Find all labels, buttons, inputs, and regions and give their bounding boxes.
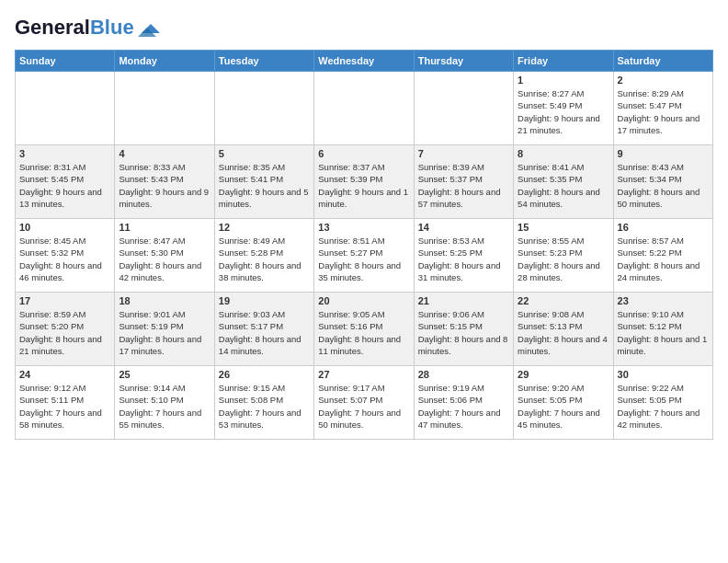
day-number: 10 bbox=[19, 222, 110, 233]
day-number: 22 bbox=[518, 295, 609, 306]
day-info: Sunrise: 8:29 AM Sunset: 5:47 PM Dayligh… bbox=[618, 87, 709, 136]
day-number: 1 bbox=[518, 75, 609, 86]
logo-icon bbox=[134, 15, 160, 40]
calendar-cell: 24Sunrise: 9:12 AM Sunset: 5:11 PM Dayli… bbox=[16, 366, 115, 440]
day-info: Sunrise: 8:31 AM Sunset: 5:45 PM Dayligh… bbox=[19, 161, 110, 210]
week-row-1: 1Sunrise: 8:27 AM Sunset: 5:49 PM Daylig… bbox=[16, 72, 713, 145]
calendar-cell: 4Sunrise: 8:33 AM Sunset: 5:43 PM Daylig… bbox=[115, 145, 214, 219]
day-number: 7 bbox=[418, 148, 509, 159]
logo-text: GeneralBlue bbox=[15, 17, 134, 39]
weekday-header-monday: Monday bbox=[115, 51, 214, 72]
calendar-cell: 23Sunrise: 9:10 AM Sunset: 5:12 PM Dayli… bbox=[613, 293, 712, 366]
day-number: 5 bbox=[219, 148, 310, 159]
day-number: 14 bbox=[418, 222, 509, 233]
calendar-cell: 18Sunrise: 9:01 AM Sunset: 5:19 PM Dayli… bbox=[115, 293, 214, 366]
calendar-cell: 7Sunrise: 8:39 AM Sunset: 5:37 PM Daylig… bbox=[414, 145, 513, 219]
day-info: Sunrise: 8:47 AM Sunset: 5:30 PM Dayligh… bbox=[119, 235, 210, 283]
day-info: Sunrise: 8:39 AM Sunset: 5:37 PM Dayligh… bbox=[418, 161, 509, 210]
calendar-cell: 1Sunrise: 8:27 AM Sunset: 5:49 PM Daylig… bbox=[514, 72, 613, 145]
day-number: 4 bbox=[119, 148, 210, 159]
calendar-cell: 12Sunrise: 8:49 AM Sunset: 5:28 PM Dayli… bbox=[214, 219, 313, 293]
calendar-cell: 5Sunrise: 8:35 AM Sunset: 5:41 PM Daylig… bbox=[214, 145, 313, 219]
day-info: Sunrise: 8:49 AM Sunset: 5:28 PM Dayligh… bbox=[219, 235, 310, 283]
calendar-cell: 19Sunrise: 9:03 AM Sunset: 5:17 PM Dayli… bbox=[214, 293, 313, 366]
day-info: Sunrise: 9:22 AM Sunset: 5:05 PM Dayligh… bbox=[618, 382, 709, 431]
calendar-cell: 14Sunrise: 8:53 AM Sunset: 5:25 PM Dayli… bbox=[414, 219, 513, 293]
day-number: 28 bbox=[418, 369, 509, 380]
day-info: Sunrise: 8:37 AM Sunset: 5:39 PM Dayligh… bbox=[318, 161, 409, 210]
day-number: 29 bbox=[518, 369, 609, 380]
day-number: 30 bbox=[618, 369, 709, 380]
week-row-3: 10Sunrise: 8:45 AM Sunset: 5:32 PM Dayli… bbox=[16, 219, 713, 293]
day-info: Sunrise: 8:27 AM Sunset: 5:49 PM Dayligh… bbox=[518, 87, 609, 136]
calendar-cell: 30Sunrise: 9:22 AM Sunset: 5:05 PM Dayli… bbox=[613, 366, 712, 440]
day-number: 16 bbox=[618, 222, 709, 233]
calendar-cell: 6Sunrise: 8:37 AM Sunset: 5:39 PM Daylig… bbox=[314, 145, 414, 219]
day-info: Sunrise: 8:41 AM Sunset: 5:35 PM Dayligh… bbox=[518, 161, 609, 210]
day-number: 24 bbox=[19, 369, 110, 380]
day-info: Sunrise: 9:19 AM Sunset: 5:06 PM Dayligh… bbox=[418, 382, 509, 431]
day-info: Sunrise: 9:08 AM Sunset: 5:13 PM Dayligh… bbox=[518, 308, 609, 357]
day-info: Sunrise: 9:06 AM Sunset: 5:15 PM Dayligh… bbox=[418, 308, 509, 357]
calendar-cell: 8Sunrise: 8:41 AM Sunset: 5:35 PM Daylig… bbox=[514, 145, 613, 219]
day-number: 13 bbox=[318, 222, 409, 233]
day-info: Sunrise: 9:10 AM Sunset: 5:12 PM Dayligh… bbox=[618, 308, 709, 357]
day-number: 21 bbox=[418, 295, 509, 306]
calendar-cell bbox=[214, 72, 313, 145]
weekday-header-row: SundayMondayTuesdayWednesdayThursdayFrid… bbox=[16, 51, 713, 72]
day-info: Sunrise: 8:59 AM Sunset: 5:20 PM Dayligh… bbox=[19, 308, 110, 357]
weekday-header-thursday: Thursday bbox=[414, 51, 513, 72]
day-info: Sunrise: 8:55 AM Sunset: 5:23 PM Dayligh… bbox=[518, 235, 609, 283]
weekday-header-sunday: Sunday bbox=[16, 51, 115, 72]
calendar-cell bbox=[414, 72, 513, 145]
week-row-2: 3Sunrise: 8:31 AM Sunset: 5:45 PM Daylig… bbox=[16, 145, 713, 219]
day-number: 12 bbox=[219, 222, 310, 233]
day-info: Sunrise: 9:01 AM Sunset: 5:19 PM Dayligh… bbox=[119, 308, 210, 357]
day-info: Sunrise: 9:05 AM Sunset: 5:16 PM Dayligh… bbox=[318, 308, 409, 357]
weekday-header-wednesday: Wednesday bbox=[314, 51, 414, 72]
day-number: 26 bbox=[219, 369, 310, 380]
calendar-cell bbox=[16, 72, 115, 145]
day-number: 17 bbox=[19, 295, 110, 306]
day-number: 15 bbox=[518, 222, 609, 233]
day-number: 27 bbox=[318, 369, 409, 380]
day-number: 19 bbox=[219, 295, 310, 306]
calendar-cell: 29Sunrise: 9:20 AM Sunset: 5:05 PM Dayli… bbox=[514, 366, 613, 440]
logo: GeneralBlue bbox=[15, 15, 160, 40]
day-number: 3 bbox=[19, 148, 110, 159]
day-info: Sunrise: 9:15 AM Sunset: 5:08 PM Dayligh… bbox=[219, 382, 310, 431]
page: GeneralBlue SundayMondayTuesdayWednesday… bbox=[0, 0, 728, 563]
day-info: Sunrise: 8:35 AM Sunset: 5:41 PM Dayligh… bbox=[219, 161, 310, 210]
calendar-cell: 20Sunrise: 9:05 AM Sunset: 5:16 PM Dayli… bbox=[314, 293, 414, 366]
weekday-header-tuesday: Tuesday bbox=[214, 51, 313, 72]
calendar-cell: 10Sunrise: 8:45 AM Sunset: 5:32 PM Dayli… bbox=[16, 219, 115, 293]
day-info: Sunrise: 9:20 AM Sunset: 5:05 PM Dayligh… bbox=[518, 382, 609, 431]
day-info: Sunrise: 8:33 AM Sunset: 5:43 PM Dayligh… bbox=[119, 161, 210, 210]
calendar-cell bbox=[314, 72, 414, 145]
calendar-cell: 11Sunrise: 8:47 AM Sunset: 5:30 PM Dayli… bbox=[115, 219, 214, 293]
calendar-cell: 16Sunrise: 8:57 AM Sunset: 5:22 PM Dayli… bbox=[613, 219, 712, 293]
day-number: 2 bbox=[618, 75, 709, 86]
day-info: Sunrise: 8:45 AM Sunset: 5:32 PM Dayligh… bbox=[19, 235, 110, 283]
weekday-header-saturday: Saturday bbox=[613, 51, 712, 72]
weekday-header-friday: Friday bbox=[514, 51, 613, 72]
day-number: 9 bbox=[618, 148, 709, 159]
day-info: Sunrise: 8:51 AM Sunset: 5:27 PM Dayligh… bbox=[318, 235, 409, 283]
day-number: 20 bbox=[318, 295, 409, 306]
calendar-cell: 2Sunrise: 8:29 AM Sunset: 5:47 PM Daylig… bbox=[613, 72, 712, 145]
calendar-cell: 9Sunrise: 8:43 AM Sunset: 5:34 PM Daylig… bbox=[613, 145, 712, 219]
calendar-cell bbox=[115, 72, 214, 145]
day-number: 6 bbox=[318, 148, 409, 159]
calendar-cell: 15Sunrise: 8:55 AM Sunset: 5:23 PM Dayli… bbox=[514, 219, 613, 293]
day-number: 18 bbox=[119, 295, 210, 306]
day-info: Sunrise: 9:17 AM Sunset: 5:07 PM Dayligh… bbox=[318, 382, 409, 431]
calendar-cell: 22Sunrise: 9:08 AM Sunset: 5:13 PM Dayli… bbox=[514, 293, 613, 366]
calendar-cell: 21Sunrise: 9:06 AM Sunset: 5:15 PM Dayli… bbox=[414, 293, 513, 366]
week-row-5: 24Sunrise: 9:12 AM Sunset: 5:11 PM Dayli… bbox=[16, 366, 713, 440]
calendar-cell: 3Sunrise: 8:31 AM Sunset: 5:45 PM Daylig… bbox=[16, 145, 115, 219]
day-info: Sunrise: 8:53 AM Sunset: 5:25 PM Dayligh… bbox=[418, 235, 509, 283]
day-info: Sunrise: 8:57 AM Sunset: 5:22 PM Dayligh… bbox=[618, 235, 709, 283]
day-number: 11 bbox=[119, 222, 210, 233]
day-info: Sunrise: 9:12 AM Sunset: 5:11 PM Dayligh… bbox=[19, 382, 110, 431]
day-info: Sunrise: 9:03 AM Sunset: 5:17 PM Dayligh… bbox=[219, 308, 310, 357]
